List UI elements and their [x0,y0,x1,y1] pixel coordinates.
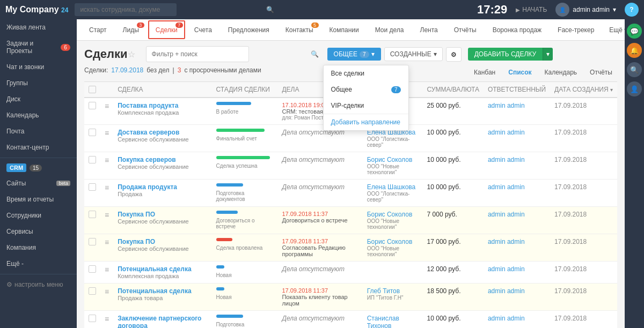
add-deal-button[interactable]: ДОБАВИТЬ СДЕЛКУ [468,48,543,61]
configure-menu-button[interactable]: ⚙ настроить меню [0,277,77,293]
responsible-link[interactable]: admin admin [488,265,525,273]
tab-more[interactable]: Ещё ▾ [603,22,625,38]
menu-item-vip[interactable]: VIP-сделки [324,98,408,114]
sidebar-item-tasks[interactable]: Задачи и Проекты 6 [0,35,77,59]
sidebar-item-mail[interactable]: Почта [0,123,77,139]
tab-contacts[interactable]: Контакты 5 [279,21,320,39]
sidebar-item-sites[interactable]: Сайты beta [0,175,77,191]
task-date[interactable]: 17.09.2018 11:37 [282,238,358,244]
task-date[interactable]: 17.09.2018 11:37 [282,211,358,217]
right-icon-profile[interactable]: 👤 [627,81,642,96]
view-reports[interactable]: Отчёты [585,66,617,78]
tab-funnel[interactable]: Воронка продаж [486,21,548,39]
deal-name-link[interactable]: Покупка серверов [118,156,207,163]
row-checkbox[interactable] [89,183,96,191]
row-menu-icon[interactable]: ≡ [105,238,109,247]
sidebar-item-groups[interactable]: Группы [0,75,77,91]
tab-deals[interactable]: Сделки 7 [148,20,185,39]
created-button[interactable]: СОЗДАННЫЕ ▾ [384,47,443,61]
sidebar-item-services[interactable]: Сервисы [0,223,77,240]
tab-leads[interactable]: Лиды 3 [116,21,146,39]
tab-my-tasks[interactable]: Мои дела [368,21,411,39]
select-all-checkbox[interactable] [89,86,96,93]
sidebar-item-calendar[interactable]: Календарь [0,107,77,123]
client-name-link[interactable]: Борис Соколов [367,238,419,245]
row-checkbox[interactable] [89,315,96,322]
tab-start[interactable]: Старт [82,21,114,39]
right-icon-search[interactable]: 🔍 [627,62,642,77]
row-menu-icon[interactable]: ≡ [105,156,109,165]
filter-search-input[interactable] [146,46,249,62]
responsible-link[interactable]: admin admin [488,102,525,109]
right-icon-notification[interactable]: 🔔 [627,43,642,58]
client-name-link[interactable]: Борис Соколов [367,211,419,218]
row-menu-icon[interactable]: ≡ [105,287,109,296]
menu-item-all-deals[interactable]: Все сделки [324,65,408,81]
stats-overdue-count[interactable]: 3 [178,66,181,74]
client-name-link[interactable]: Елена Шашкова [367,183,419,191]
client-name-link[interactable]: Борис Соколов [367,156,419,163]
responsible-link[interactable]: admin admin [488,315,525,322]
client-name-link[interactable]: Станислав Тихонов [367,315,419,328]
tab-feed[interactable]: Лента [413,21,445,39]
view-list[interactable]: Список [503,66,536,78]
global-search-input[interactable] [75,3,177,16]
right-icon-chat[interactable]: 💬 [627,24,642,39]
tab-reports[interactable]: Отчёты [447,21,484,39]
sidebar-item-live-feed[interactable]: Живая лента [0,19,77,35]
start-button[interactable]: НАЧАТЬ [516,6,547,13]
tab-face-tracker[interactable]: Face-трекер [551,21,601,39]
row-menu-icon[interactable]: ≡ [105,183,109,192]
row-checkbox[interactable] [89,287,96,295]
sidebar-item-more[interactable]: Ещё - [0,256,77,272]
row-checkbox[interactable] [89,211,96,218]
row-checkbox[interactable] [89,238,96,245]
client-name-link[interactable]: Глеб Титов [367,287,419,295]
tab-invoices[interactable]: Счета [187,21,219,39]
deal-name-link[interactable]: Потенциальная сделка [118,265,207,273]
sidebar-item-contact-center[interactable]: Контакт-центр [0,139,77,155]
row-checkbox[interactable] [89,265,96,273]
user-info[interactable]: 👤 admin admin ▾ [555,3,616,17]
row-checkbox[interactable] [89,129,96,136]
settings-button[interactable]: ⚙ [446,47,462,62]
responsible-link[interactable]: admin admin [488,129,525,136]
row-menu-icon[interactable]: ≡ [105,129,109,137]
row-checkbox[interactable] [89,102,96,109]
sidebar-item-chat[interactable]: Чат и звонки [0,59,77,75]
row-menu-icon[interactable]: ≡ [105,315,109,323]
sidebar-item-crm[interactable]: CRM 15 [0,160,77,175]
add-deal-split-button[interactable]: ▾ [543,48,553,61]
row-menu-icon[interactable]: ≡ [105,211,109,219]
responsible-link[interactable]: admin admin [488,287,525,295]
deal-name-link[interactable]: Заключение партнерского договора [118,315,207,328]
star-icon[interactable]: ☆ [128,49,135,59]
view-kanban[interactable]: Канбан [469,66,500,78]
sidebar-item-time-reports[interactable]: Время и отчеты [0,191,77,207]
sidebar-item-disk[interactable]: Диск [0,91,77,107]
view-calendar[interactable]: Календарь [540,66,582,78]
responsible-link[interactable]: admin admin [488,156,525,163]
stats-deals-count[interactable]: 17.09.2018 [111,66,143,74]
tab-proposals[interactable]: Предложения [221,21,276,39]
deal-name-link[interactable]: Покупка ПО [118,238,207,245]
responsible-link[interactable]: admin admin [488,238,525,245]
task-date[interactable]: 17.09.2018 11:37 [282,287,358,294]
menu-item-add-direction[interactable]: Добавить направление [324,114,408,130]
sidebar-item-employees[interactable]: Сотрудники [0,207,77,223]
general-button[interactable]: ОБЩЕЕ 7 ▾ [327,48,381,61]
deal-name-link[interactable]: Поставка продукта [118,102,207,109]
row-menu-icon[interactable]: ≡ [105,102,109,110]
help-button[interactable]: ? [625,3,639,17]
responsible-link[interactable]: admin admin [488,211,525,218]
sidebar-item-company[interactable]: Компания [0,240,77,256]
deal-name-link[interactable]: Потенциальная сделка [118,287,207,295]
row-menu-icon[interactable]: ≡ [105,265,109,274]
tab-companies[interactable]: Компании [323,21,366,39]
menu-item-general[interactable]: Общее 7 [324,81,408,98]
deal-name-link[interactable]: Доставка серверов [118,129,207,136]
responsible-link[interactable]: admin admin [488,183,525,191]
row-checkbox[interactable] [89,156,96,163]
deal-name-link[interactable]: Продажа продукта [118,183,207,191]
deal-name-link[interactable]: Покупка ПО [118,211,207,218]
